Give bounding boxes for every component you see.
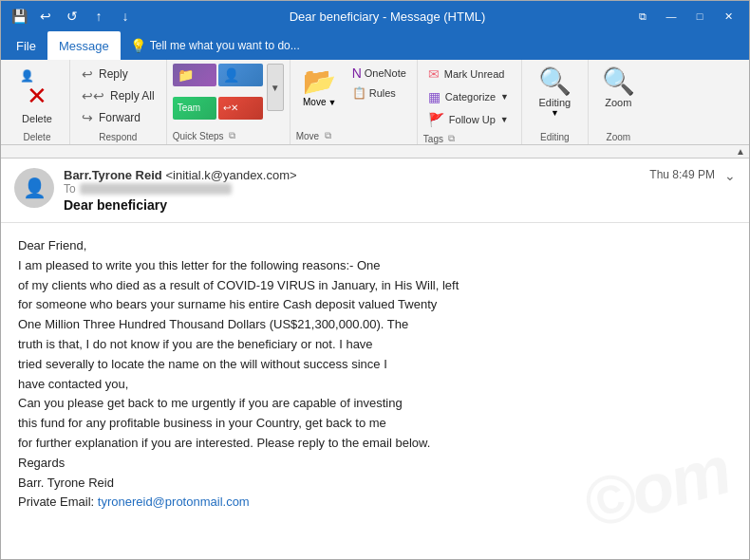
- body-line-2: of my clients who died as a result of CO…: [18, 276, 732, 296]
- titlebar-quick-access: 💾 ↩ ↺ ↑ ↓: [9, 6, 136, 27]
- qs-item-2[interactable]: 👤: [218, 64, 263, 86]
- move-side-buttons: N OneNote 📋 Rules: [347, 64, 411, 102]
- ribbon-group-move: 📂 Move ▼ N OneNote 📋 Rules Move ⧉: [291, 60, 418, 144]
- move-group-label: Move ⧉: [296, 127, 411, 144]
- qs-item-4[interactable]: ↩✕: [218, 97, 263, 120]
- sender-name: Barr.Tyrone Reid: [64, 168, 162, 182]
- categorize-button[interactable]: ▦ Categorize ▼: [423, 86, 516, 107]
- lightbulb-icon: 💡: [130, 38, 146, 53]
- delete-group-label: Delete: [24, 130, 51, 144]
- tags-content: ✉ Mark Unread ▦ Categorize ▼ 🚩 Follow Up…: [423, 64, 516, 130]
- move-expand-icon[interactable]: ⧉: [321, 129, 334, 142]
- sender-avatar: 👤: [14, 168, 54, 208]
- move-content: 📂 Move ▼ N OneNote 📋 Rules: [296, 64, 411, 109]
- expand-email-button[interactable]: ⌄: [724, 168, 736, 183]
- redo-icon[interactable]: ↺: [62, 6, 83, 27]
- body-line-7: have contacted you,: [18, 375, 732, 395]
- onenote-button[interactable]: N OneNote: [347, 64, 411, 83]
- down-icon[interactable]: ↓: [115, 6, 136, 27]
- titlebar: 💾 ↩ ↺ ↑ ↓ Dear beneficiary - Message (HT…: [1, 1, 749, 31]
- respond-buttons: ↩ Reply ↩↩ Reply All ↪ Forward: [76, 64, 160, 130]
- forward-button[interactable]: ↪ Forward: [76, 107, 160, 128]
- avatar-person-icon: 👤: [23, 177, 47, 199]
- to-line: To: [64, 182, 640, 196]
- email-meta: Barr.Tyrone Reid <initial.k@yandex.com> …: [64, 168, 640, 213]
- followup-flag-icon: 🚩: [428, 112, 444, 127]
- qs-item-3[interactable]: Team: [173, 97, 217, 120]
- categorize-dropdown[interactable]: ▼: [500, 92, 509, 102]
- onenote-label: OneNote: [365, 67, 406, 79]
- respond-group-label: Respond: [76, 130, 160, 144]
- tags-expand-icon[interactable]: ⧉: [445, 132, 459, 145]
- recipient-blurred: [80, 183, 232, 195]
- quicksteps-dropdown-arrow[interactable]: ▼: [267, 64, 284, 111]
- menu-file[interactable]: File: [5, 31, 47, 60]
- tell-me-bar[interactable]: 💡 Tell me what you want to do...: [121, 31, 309, 60]
- move-folder-icon: 📂: [303, 65, 336, 97]
- quicksteps-expand-icon[interactable]: ⧉: [226, 129, 239, 142]
- body-line-10: for further explanation if you are inter…: [18, 434, 732, 454]
- body-line-3: for someone who bears your surname his e…: [18, 295, 732, 315]
- collapse-ribbon-button[interactable]: ▲: [736, 146, 745, 157]
- body-regards: Regards: [18, 454, 732, 474]
- forward-label: Forward: [99, 111, 141, 124]
- undo-icon[interactable]: ↩: [35, 6, 56, 27]
- qs-item-1[interactable]: 📁: [173, 64, 217, 86]
- email-header: 👤 Barr.Tyrone Reid <initial.k@yandex.com…: [1, 159, 749, 223]
- email-date: Thu 8:49 PM: [649, 168, 715, 181]
- ribbon-group-zoom: 🔍 Zoom Zoom: [589, 60, 648, 144]
- zoom-label: Zoom: [605, 97, 631, 108]
- mark-unread-button[interactable]: ✉ Mark Unread: [423, 64, 516, 84]
- close-button[interactable]: ✕: [715, 6, 741, 27]
- minimize-button[interactable]: —: [658, 6, 684, 27]
- zoom-group-label: Zoom: [607, 130, 631, 144]
- quicksteps-content: 📁 👤 Team ↩✕ ▼: [173, 64, 284, 127]
- onenote-icon: N: [352, 65, 362, 81]
- tags-group-label: Tags ⧉: [423, 130, 516, 147]
- categorize-label: Categorize: [445, 91, 496, 103]
- body-line-6: tried severally to locate the name on th…: [18, 355, 732, 375]
- body-line-8: Can you please get back to me urgently i…: [18, 394, 732, 414]
- menu-message[interactable]: Message: [47, 31, 121, 60]
- delete-button[interactable]: 👤 ✕ Delete: [12, 65, 62, 128]
- body-line-1: I am pleased to write you this letter fo…: [18, 256, 732, 276]
- reply-icon: ↩: [82, 66, 93, 82]
- editing-button[interactable]: 🔍 Editing ▼: [531, 64, 579, 120]
- follow-up-button[interactable]: 🚩 Follow Up ▼: [423, 109, 516, 130]
- ribbon: 👤 ✕ Delete Delete ↩ Reply ↩↩ Reply All ↪…: [1, 60, 749, 145]
- delete-label: Delete: [22, 113, 52, 124]
- menubar: File Message 💡 Tell me what you want to …: [1, 31, 749, 60]
- rules-icon: 📋: [352, 86, 366, 100]
- ribbon-group-delete: 👤 ✕ Delete Delete: [5, 60, 70, 144]
- ribbon-group-tags: ✉ Mark Unread ▦ Categorize ▼ 🚩 Follow Up…: [418, 60, 522, 144]
- zoom-button[interactable]: 🔍 Zoom: [594, 64, 643, 110]
- editing-dropdown[interactable]: ▼: [551, 108, 559, 118]
- zoom-magnifier-icon: 🔍: [602, 65, 635, 97]
- ribbon-group-editing: 🔍 Editing ▼ Editing: [522, 60, 589, 144]
- ribbon-group-quicksteps: 📁 👤 Team ↩✕ ▼ Quick Steps ⧉: [167, 60, 291, 144]
- mark-unread-label: Mark Unread: [444, 68, 505, 80]
- reply-button[interactable]: ↩ Reply: [76, 64, 160, 84]
- up-icon[interactable]: ↑: [88, 6, 109, 27]
- rules-button[interactable]: 📋 Rules: [347, 84, 411, 102]
- reply-all-label: Reply All: [110, 89, 155, 103]
- main-content: 👤 Barr.Tyrone Reid <initial.k@yandex.com…: [1, 159, 749, 560]
- followup-dropdown[interactable]: ▼: [500, 115, 509, 124]
- tell-me-text: Tell me what you want to do...: [150, 39, 300, 52]
- to-label: To: [64, 182, 76, 196]
- maximize-button[interactable]: □: [686, 6, 713, 27]
- forward-icon: ↪: [82, 110, 93, 125]
- save-icon[interactable]: 💾: [9, 6, 29, 27]
- restore-icon[interactable]: ⧉: [629, 6, 656, 27]
- follow-up-label: Follow Up: [449, 114, 496, 125]
- delete-icon-wrap: 👤 ✕: [20, 69, 54, 113]
- sender-email: <initial.k@yandex.com>: [165, 168, 296, 182]
- rules-label: Rules: [369, 87, 396, 99]
- editing-group-label: Editing: [540, 130, 570, 144]
- mark-unread-icon: ✉: [428, 66, 440, 82]
- editing-label: Editing: [539, 97, 572, 108]
- reply-all-button[interactable]: ↩↩ Reply All: [76, 85, 160, 106]
- private-email-link[interactable]: tyronereid@protonmail.com: [98, 495, 250, 509]
- move-button[interactable]: 📂 Move ▼: [296, 64, 344, 109]
- move-dropdown-arrow[interactable]: ▼: [328, 98, 336, 107]
